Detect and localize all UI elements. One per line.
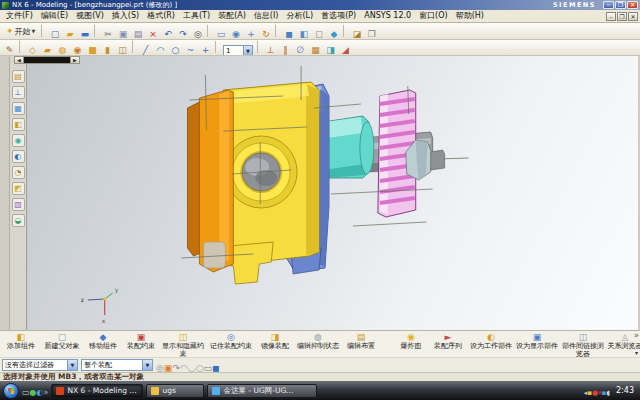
render-style-icon[interactable]: ◆ (327, 28, 341, 41)
perpendicular-constraint-icon[interactable]: ⊥ (264, 44, 278, 56)
fit-view-icon[interactable]: ▭ (214, 28, 228, 41)
arc-center-snap-icon[interactable]: ◠ (180, 363, 188, 373)
open-folder-icon[interactable]: ▰ (63, 28, 77, 41)
model-canvas[interactable]: z x y (28, 56, 638, 330)
quicklaunch-chevron-icon[interactable]: » (44, 388, 49, 397)
interpart-link-browser-button[interactable]: ◫部件间链接浏览器 (560, 332, 606, 357)
paste-icon[interactable]: ▤ (131, 28, 145, 41)
hd3d-tool-icon[interactable]: ◉ (12, 134, 25, 147)
quadrant-snap-icon[interactable]: ○ (196, 363, 204, 373)
pattern-feature-icon[interactable]: ▦ (309, 44, 323, 56)
media-player-icon[interactable]: ● (30, 388, 37, 397)
part-navigator-icon[interactable]: ▦ (12, 102, 25, 115)
internet-explorer-icon[interactable]: ◐ (37, 388, 44, 397)
menu-v[interactable]: 视图(V) (72, 11, 108, 20)
show-hide-constraints-button[interactable]: ◫显示和隐藏约束 (160, 332, 206, 357)
create-new-parent-button[interactable]: ▢新建父对象 (40, 332, 84, 351)
menu-ansys120[interactable]: ANSYS 12.0 (360, 11, 415, 20)
system-materials-icon[interactable]: ◩ (12, 182, 25, 195)
menu-f[interactable]: 文件(F) (2, 11, 37, 20)
doc-restore-button[interactable]: ❐ (617, 12, 627, 21)
chevron-down-icon[interactable]: ▼ (243, 46, 252, 56)
task-ugs-folder-button[interactable]: ugs (146, 384, 204, 398)
spline-icon[interactable]: ~ (184, 44, 198, 56)
revolve-icon[interactable]: ◍ (56, 44, 70, 56)
scrollbar-thumb[interactable] (24, 57, 70, 63)
rectangle-method-icon[interactable]: ▭ (204, 363, 213, 373)
datum-plane-icon[interactable]: ◇ (26, 44, 40, 56)
assembly-navigator-icon[interactable]: ▤ (12, 70, 25, 83)
pump-cover-yellow[interactable] (223, 82, 319, 284)
menu-h[interactable]: 帮助(H) (452, 11, 488, 20)
doc-close-button[interactable]: ✕ (628, 12, 638, 21)
copy-icon[interactable]: ▣ (116, 28, 130, 41)
resource-bar-scrollbar[interactable]: ◀ ▶ (14, 56, 80, 64)
point-icon[interactable]: + (199, 44, 213, 56)
selection-scope-icon[interactable]: ◎ (156, 363, 164, 373)
remember-constraints-button[interactable]: ◎记住装配约束 (206, 332, 256, 351)
selection-filter-combo[interactable]: 没有选择过滤器 ▼ (2, 359, 78, 371)
constraint-navigator-icon[interactable]: ⊥ (12, 86, 25, 99)
internet-browser-icon[interactable]: ◐ (12, 150, 25, 163)
scroll-left-icon[interactable]: ◀ (15, 57, 24, 63)
tangent-snap-icon[interactable]: ◡ (188, 363, 196, 373)
layer-combo[interactable]: 1▼ (223, 45, 253, 56)
shell-icon[interactable]: ◫ (116, 44, 130, 56)
graphics-viewport[interactable]: z x y (28, 56, 638, 330)
find-icon[interactable]: ◎ (191, 28, 205, 41)
solid-body-snap-icon[interactable]: ◼ (212, 363, 219, 373)
delete-icon[interactable]: × (146, 28, 160, 41)
menu-p[interactable]: 首选项(P) (317, 11, 360, 20)
reverse-selection-icon[interactable]: ↷ (172, 363, 180, 373)
start-menu-button[interactable]: ✦ 开始 ▼ (2, 24, 39, 38)
menu-r[interactable]: 格式(R) (143, 11, 179, 20)
extrude-icon[interactable]: ▰ (41, 44, 55, 56)
menu-t[interactable]: 工具(T) (179, 11, 214, 20)
menu-i[interactable]: 信息(I) (250, 11, 283, 20)
menu-e[interactable]: 编辑(E) (37, 11, 72, 20)
edit-arrangement-button[interactable]: ▤编辑布置 (342, 332, 380, 351)
save-icon[interactable]: ▬ (78, 28, 92, 41)
chevron-down-icon[interactable]: ▼ (67, 360, 77, 370)
mirror-assembly-button[interactable]: ◨镜像装配 (256, 332, 294, 351)
add-component-button[interactable]: ◧添加组件 (2, 332, 40, 351)
measure-icon[interactable]: ∅ (294, 44, 308, 56)
menu-l[interactable]: 分析(L) (282, 11, 317, 20)
boss-icon[interactable]: ▮ (101, 44, 115, 56)
block-icon[interactable]: ■ (86, 44, 100, 56)
task-nx-button[interactable]: NX 6 - Modeling -... (51, 384, 143, 398)
pump-body-orange[interactable] (187, 90, 233, 272)
toolbar-more-icon[interactable]: ▾ (635, 349, 638, 356)
pan-icon[interactable]: + (244, 28, 258, 41)
show-desktop-icon[interactable]: ▭ (22, 388, 30, 397)
sketch-icon[interactable]: ✎ (3, 44, 17, 56)
menu-a[interactable]: 装配(A) (214, 11, 250, 20)
circle-icon[interactable]: ○ (169, 44, 183, 56)
chevron-down-icon[interactable]: ▼ (142, 360, 152, 370)
redo-icon[interactable]: ↷ (176, 28, 190, 41)
make-displayed-part-button[interactable]: ▣设为显示部件 (514, 332, 560, 351)
make-work-part-button[interactable]: ◐设为工作部件 (468, 332, 514, 351)
shaft-tip[interactable] (431, 150, 445, 170)
edit-suppression-state-button[interactable]: ◍编辑抑制状态 (294, 332, 342, 351)
undo-icon[interactable]: ↶ (161, 28, 175, 41)
doc-minimize-button[interactable]: – (606, 12, 616, 21)
new-file-icon[interactable]: ▢ (48, 28, 62, 41)
arc-icon[interactable]: ◠ (154, 44, 168, 56)
process-studio-icon[interactable]: ▧ (12, 198, 25, 211)
menu-o[interactable]: 窗口(O) (415, 11, 452, 20)
roles-icon[interactable]: ◒ (12, 214, 25, 227)
toolbar-overflow-icon[interactable]: » (634, 331, 639, 340)
window-display-icon[interactable]: ❐ (365, 28, 379, 41)
clip-section-icon[interactable]: ◪ (350, 28, 364, 41)
assembly-sequence-button[interactable]: ►装配序列 (428, 332, 468, 351)
shaded-edges-view-icon[interactable]: ◧ (297, 28, 311, 41)
wireframe-view-icon[interactable]: ◻ (312, 28, 326, 41)
cut-icon[interactable]: ✂ (101, 28, 115, 41)
maximize-button[interactable]: ❐ (615, 1, 626, 9)
history-icon[interactable]: ◔ (12, 166, 25, 179)
shaded-view-icon[interactable]: ◼ (282, 28, 296, 41)
task-browser-button[interactable]: 金达莱 - UG网-UG... (207, 384, 317, 398)
trim-body-icon[interactable]: ◢ (339, 44, 353, 56)
assembly-constraints-button[interactable]: ▣装配约束 (122, 332, 160, 351)
